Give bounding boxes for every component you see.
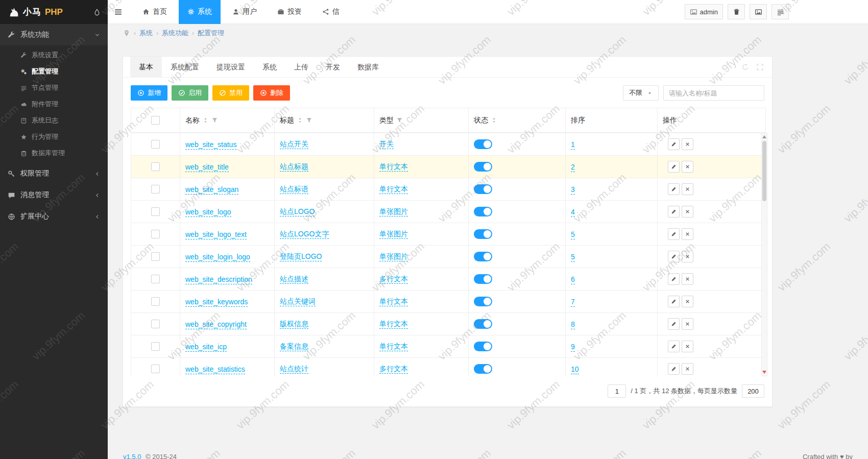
select-all-checkbox[interactable] [151,116,160,125]
row-checkbox[interactable] [151,320,160,328]
search-input[interactable] [663,85,764,101]
order-link[interactable]: 8 [571,320,575,329]
status-toggle[interactable] [474,139,492,149]
name-link[interactable]: web_site_icp [185,343,227,352]
sidebar-section[interactable]: 扩展中心 [0,206,108,227]
tab-active[interactable]: 基本 [130,57,162,78]
type-link[interactable]: 单张图片 [379,207,408,216]
delete-button[interactable] [682,228,693,240]
row-checkbox[interactable] [151,207,160,216]
title-link[interactable]: 站点LOGO文字 [280,230,329,239]
disable-button[interactable]: 禁用 [212,85,249,101]
delete-button[interactable]: 删除 [253,85,290,101]
breadcrumb-link[interactable]: 系统功能 [162,29,188,38]
type-link[interactable]: 单张图片 [379,252,408,261]
order-link[interactable]: 5 [571,253,575,262]
row-checkbox[interactable] [151,140,160,149]
table-row[interactable]: web_site_icp备案信息单行文本9 [131,335,765,358]
sidebar-item[interactable]: 附件管理 [0,96,108,112]
order-link[interactable]: 5 [571,230,575,239]
status-toggle[interactable] [474,297,492,306]
name-link[interactable]: web_site_copyright [185,320,247,329]
tab-item[interactable]: 开发 [317,57,349,78]
order-link[interactable]: 6 [571,275,575,284]
delete-button[interactable] [682,341,693,352]
sidebar-section[interactable]: 权限管理 [0,163,108,184]
sidebar-section[interactable]: 消息管理 [0,184,108,206]
type-link[interactable]: 单行文本 [379,320,408,329]
sidebar-item[interactable]: 配置管理 [0,63,108,80]
title-link[interactable]: 站点关键词 [280,297,316,306]
table-row[interactable]: web_site_slogan站点标语单行文本3 [131,178,765,201]
nav-item[interactable]: 用户 [224,0,266,24]
status-toggle[interactable] [474,319,492,329]
column-header-name[interactable]: 名称 [180,108,275,133]
name-link[interactable]: web_site_status [185,140,236,150]
nav-item[interactable]: 首页 [134,0,176,24]
edit-button[interactable] [668,318,680,330]
title-link[interactable]: 登陆页LOGO [280,252,322,261]
sidebar-item[interactable]: 节点管理 [0,80,108,96]
delete-button[interactable] [682,296,693,307]
edit-button[interactable] [668,206,680,218]
nav-item[interactable]: 信 [314,0,348,24]
status-toggle[interactable] [474,274,492,284]
status-toggle[interactable] [474,364,492,374]
table-row[interactable]: web_site_status站点开关开关1 [131,133,765,156]
tab-item[interactable]: 上传 [285,57,317,78]
status-toggle[interactable] [474,207,492,216]
edit-button[interactable] [668,251,680,262]
type-link[interactable]: 多行文本 [379,275,408,284]
edit-button[interactable] [668,161,680,173]
status-toggle[interactable] [474,342,492,351]
sidebar-item[interactable]: 行为管理 [0,129,108,145]
tab-item[interactable]: 提现设置 [208,57,254,78]
row-checkbox[interactable] [151,342,160,351]
row-checkbox[interactable] [151,297,160,306]
nav-item[interactable]: 系统 [179,0,221,24]
table-row[interactable]: web_site_statistics站点统计多行文本10 [131,358,765,377]
row-checkbox[interactable] [151,185,160,194]
order-link[interactable]: 7 [571,298,575,307]
table-row[interactable]: web_site_title站点标题单行文本2 [131,156,765,178]
column-header-select[interactable] [131,108,180,133]
table-row[interactable]: web_site_logo_text站点LOGO文字单张图片5 [131,223,765,246]
tab-item[interactable]: 系统 [254,57,285,78]
title-link[interactable]: 站点LOGO [280,207,315,216]
title-link[interactable]: 备案信息 [280,342,308,351]
row-checkbox[interactable] [151,230,160,238]
scroll-down-button[interactable] [762,369,767,375]
name-link[interactable]: web_site_login_logo [185,253,250,262]
table-row[interactable]: web_site_logo站点LOGO单张图片4 [131,201,765,223]
trash-button[interactable] [728,4,745,19]
column-header-type[interactable]: 类型 [374,108,469,133]
edit-button[interactable] [668,273,680,285]
name-link[interactable]: web_site_logo_text [185,230,247,239]
name-link[interactable]: web_site_keywords [185,298,248,307]
delete-button[interactable] [682,363,693,375]
delete-button[interactable] [682,161,693,173]
breadcrumb-link[interactable]: 配置管理 [198,29,224,38]
status-toggle[interactable] [474,229,492,239]
type-link[interactable]: 单张图片 [379,230,408,239]
image-button[interactable] [750,4,767,19]
table-row[interactable]: web_site_description站点描述多行文本6 [131,268,765,291]
delete-button[interactable] [682,273,693,285]
version-link[interactable]: v1.5.0 [123,453,141,459]
scrollbar-thumb[interactable] [762,141,766,201]
fullscreen-button[interactable] [756,63,764,71]
column-header-title[interactable]: 标题 [275,108,374,133]
breadcrumb-link[interactable]: 系统 [139,29,153,38]
delete-button[interactable] [682,138,693,150]
filter-select[interactable]: 不限 [623,85,659,101]
type-link[interactable]: 单行文本 [379,342,408,351]
status-toggle[interactable] [474,252,492,261]
type-link[interactable]: 开关 [379,140,394,149]
logo[interactable]: 小马 PHP [0,0,108,24]
row-checkbox[interactable] [151,365,160,373]
title-link[interactable]: 站点描述 [280,275,308,284]
delete-button[interactable] [682,251,693,262]
row-checkbox[interactable] [151,162,160,171]
name-link[interactable]: web_site_description [185,275,252,284]
status-toggle[interactable] [474,162,492,172]
